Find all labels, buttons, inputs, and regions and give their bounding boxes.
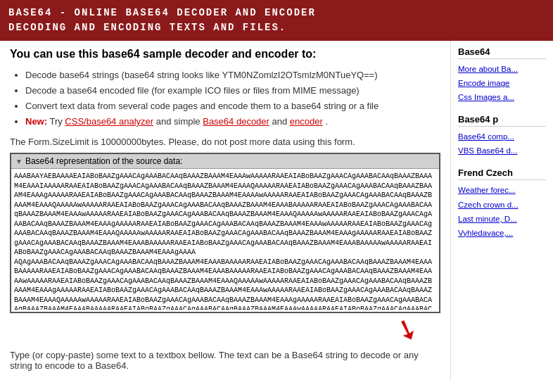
- feature-list: Decode base64 strings (base64 string loo…: [10, 68, 440, 129]
- sidebar-link-vbs-base64[interactable]: VBS Base64 d...: [458, 145, 546, 156]
- sidebar-link-weather[interactable]: Weather forec...: [458, 184, 546, 196]
- arrow-container: ➘: [10, 320, 440, 341]
- encoder-link[interactable]: encoder: [290, 116, 323, 127]
- sidebar-link-czech-crown[interactable]: Czech crown d...: [458, 199, 546, 210]
- main-content: You can use this base64 sample decoder a…: [0, 41, 450, 381]
- new-label: New:: [25, 116, 47, 127]
- sidebar-link-css-images[interactable]: Css Images a...: [458, 91, 546, 103]
- red-arrow-icon: ➘: [390, 310, 424, 349]
- sidebar-link-more-about[interactable]: More about Ba...: [458, 63, 546, 75]
- sidebar-link-vyhledavace[interactable]: Vyhledavace,...: [458, 227, 546, 239]
- sidebar-title-3: Frend Czech: [458, 167, 546, 180]
- and2-text: and: [272, 116, 290, 127]
- sidebar-link-base64-comp[interactable]: Base64 comp...: [458, 131, 546, 142]
- list-item: Convert text data from several code page…: [25, 99, 440, 114]
- textarea-label-bar: ▼ Base64 representation of the source da…: [11, 154, 439, 169]
- base64-output-container: ▼ Base64 representation of the source da…: [10, 153, 440, 313]
- sidebar-section-3: Frend Czech Weather forec... Czech crown…: [458, 167, 546, 238]
- main-heading: You can use this base64 sample decoder a…: [10, 48, 440, 61]
- page-header: Base64 - Online Base64 decoder and encod…: [0, 0, 553, 41]
- css-analyzer-link[interactable]: CSS/base64 analyzer: [65, 116, 153, 127]
- new-feature-item: New: Try CSS/base64 analyzer and simple …: [25, 114, 440, 129]
- base64-textarea[interactable]: [11, 169, 439, 310]
- copy-hint: Type (or copy-paste) some text to a text…: [10, 350, 440, 371]
- new-text: Try: [49, 116, 65, 127]
- collapse-icon[interactable]: ▼: [15, 158, 23, 165]
- sidebar: Base64 More about Ba... Encode image Css…: [450, 41, 553, 381]
- sidebar-section-1: Base64 More about Ba... Encode image Css…: [458, 46, 546, 103]
- list-item: Decode base64 strings (base64 string loo…: [25, 68, 440, 83]
- and-text: and simple: [156, 116, 203, 127]
- sidebar-section-2: Base64 p Base64 comp... VBS Base64 d...: [458, 114, 546, 156]
- textarea-label: Base64 representation of the source data…: [25, 156, 182, 166]
- header-line2: decoding and encoding texts and files.: [8, 20, 545, 35]
- header-line1: Base64 - Online Base64 decoder and encod…: [8, 6, 545, 20]
- sidebar-link-encode-image[interactable]: Encode image: [458, 77, 546, 89]
- decoder-link[interactable]: Base64 decoder: [203, 116, 269, 127]
- list-item: Decode a base64 encoded file (for exampl…: [25, 83, 440, 99]
- sidebar-link-last-minute[interactable]: Last minute, D...: [458, 213, 546, 225]
- sidebar-title-2: Base64 p: [458, 114, 546, 127]
- period: .: [325, 116, 328, 127]
- form-notice: The Form.SizeLimit is 10000000bytes. Ple…: [10, 137, 440, 147]
- sidebar-title-1: Base64: [458, 46, 546, 59]
